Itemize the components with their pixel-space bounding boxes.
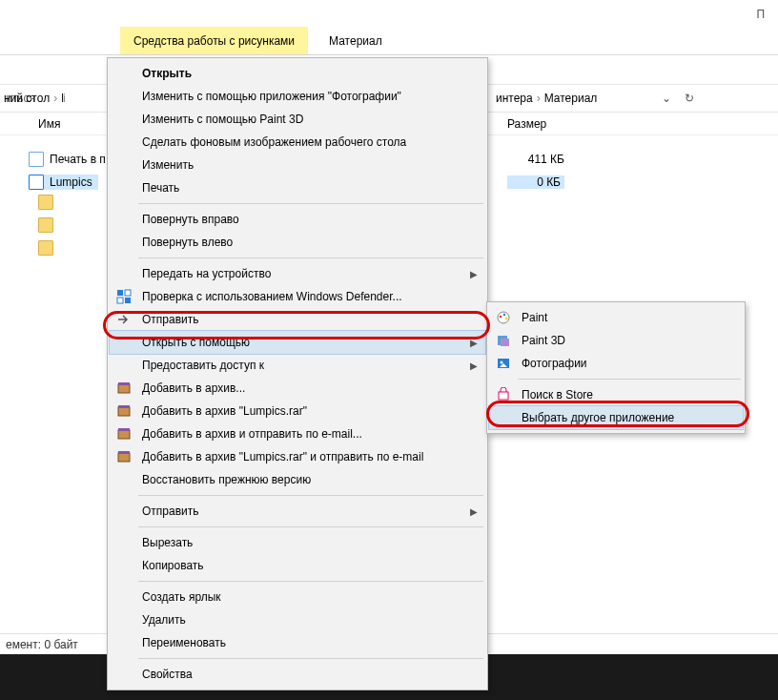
- menu-edit[interactable]: Изменить: [110, 154, 485, 176]
- material-tab[interactable]: Материал: [316, 27, 396, 54]
- submenu-photos[interactable]: Фотографии: [489, 352, 743, 375]
- breadcrumb[interactable]: ний стол › li: [0, 84, 65, 113]
- menu-rename[interactable]: Переименовать: [110, 631, 485, 654]
- menu-properties[interactable]: Свойства: [110, 663, 485, 686]
- menu-separator: [138, 526, 483, 527]
- winrar-icon: [115, 380, 133, 397]
- image-file-icon: [29, 152, 44, 167]
- chevron-down-icon[interactable]: ⌄: [662, 92, 671, 105]
- folder-icon[interactable]: [38, 240, 53, 258]
- winrar-icon: [115, 448, 133, 465]
- chevron-right-icon: ▶: [470, 506, 478, 517]
- search-icon[interactable]: П: [756, 0, 765, 29]
- winrar-icon: [115, 425, 133, 443]
- svg-rect-1: [125, 290, 131, 296]
- ribbon-tabs: Средства работы с рисунками Материал: [0, 27, 778, 55]
- menu-set-wallpaper[interactable]: Сделать фоновым изображением рабочего ст…: [110, 131, 485, 154]
- chevron-right-icon: ▶: [470, 338, 478, 348]
- menu-create-shortcut[interactable]: Создать ярлык: [110, 586, 485, 608]
- svg-rect-2: [117, 298, 123, 303]
- svg-rect-20: [499, 392, 508, 400]
- menu-send-to[interactable]: Отправить▶: [110, 500, 485, 523]
- svg-point-12: [498, 312, 509, 323]
- file-name: Печать в п: [50, 153, 106, 166]
- svg-point-15: [505, 318, 508, 320]
- svg-rect-6: [118, 407, 130, 416]
- menu-separator: [518, 379, 741, 380]
- menu-defender[interactable]: Проверка с использованием Windows Defend…: [110, 285, 485, 308]
- open-with-submenu: Paint Paint 3D Фотографии Поиск в Store …: [486, 301, 746, 434]
- context-menu: Открыть Изменить с помощью приложения "Ф…: [107, 57, 488, 690]
- menu-separator: [138, 495, 483, 496]
- menu-add-email[interactable]: Добавить в архив и отправить по e-mail..…: [110, 422, 485, 445]
- picture-tools-tab[interactable]: Средства работы с рисунками: [120, 27, 308, 54]
- svg-rect-7: [118, 405, 130, 408]
- svg-point-13: [500, 316, 502, 319]
- svg-point-19: [501, 361, 503, 364]
- status-text: емент: 0 байт: [6, 638, 78, 651]
- store-icon: [495, 386, 512, 403]
- svg-rect-10: [118, 453, 130, 462]
- menu-add-rar[interactable]: Добавить в архив "Lumpics.rar": [110, 400, 485, 422]
- menu-add-rar-email[interactable]: Добавить в архив "Lumpics.rar" и отправи…: [110, 445, 485, 468]
- menu-separator: [138, 658, 483, 659]
- menu-print[interactable]: Печать: [110, 176, 485, 199]
- submenu-paint3d[interactable]: Paint 3D: [489, 329, 743, 352]
- menu-separator: [138, 581, 483, 582]
- svg-rect-0: [117, 290, 123, 296]
- folder-icon[interactable]: [38, 195, 53, 213]
- crumb-printer[interactable]: интера: [492, 90, 537, 107]
- menu-rotate-left[interactable]: Повернуть влево: [110, 231, 485, 254]
- svg-rect-4: [118, 384, 130, 393]
- menu-edit-photos[interactable]: Изменить с помощью приложения "Фотографи…: [110, 85, 485, 108]
- menu-open-with[interactable]: Открыть с помощью▶: [110, 331, 485, 354]
- chevron-right-icon: ▶: [470, 269, 478, 279]
- menu-share[interactable]: Отправить: [110, 308, 485, 331]
- file-name-cell: Lumpics: [29, 175, 98, 190]
- crumb-material[interactable]: Материал: [541, 90, 602, 107]
- svg-rect-3: [125, 298, 131, 303]
- chevron-right-icon: ▶: [470, 360, 478, 371]
- column-size[interactable]: Размер: [507, 117, 546, 131]
- menu-cut[interactable]: Вырезать: [110, 531, 485, 554]
- menu-separator: [138, 203, 483, 204]
- crumb-cut[interactable]: li: [57, 90, 65, 107]
- photos-icon: [495, 355, 512, 372]
- folder-icon[interactable]: [38, 217, 53, 236]
- menu-separator: [138, 257, 483, 258]
- menu-rotate-right[interactable]: Повернуть вправо: [110, 208, 485, 231]
- submenu-paint[interactable]: Paint: [489, 306, 743, 329]
- shield-icon: [115, 288, 133, 305]
- menu-open[interactable]: Открыть: [110, 62, 485, 85]
- file-size: 411 КБ: [507, 153, 564, 166]
- breadcrumb-right[interactable]: интера › Материал ⌄ ↻: [492, 84, 694, 113]
- menu-add-archive[interactable]: Добавить в архив...: [110, 377, 485, 400]
- svg-rect-11: [118, 451, 130, 454]
- submenu-store[interactable]: Поиск в Store: [489, 383, 743, 406]
- column-name[interactable]: Имя: [38, 117, 60, 131]
- image-file-icon: [29, 175, 44, 190]
- svg-rect-17: [501, 339, 509, 346]
- menu-give-access[interactable]: Предоставить доступ к▶: [110, 354, 485, 377]
- menu-cast-device[interactable]: Передать на устройство▶: [110, 262, 485, 285]
- svg-point-14: [503, 314, 506, 317]
- paint3d-icon: [495, 332, 512, 349]
- svg-rect-9: [118, 428, 130, 431]
- file-size: 0 КБ: [507, 175, 564, 189]
- menu-copy[interactable]: Копировать: [110, 554, 485, 577]
- menu-restore-version[interactable]: Восстановить прежнюю версию: [110, 468, 485, 491]
- share-icon: [115, 311, 133, 328]
- paint-icon: [495, 309, 512, 326]
- winrar-icon: [115, 402, 133, 420]
- crumb-desktop[interactable]: ний стол: [0, 90, 53, 107]
- svg-rect-5: [118, 382, 130, 385]
- refresh-icon[interactable]: ↻: [685, 92, 694, 105]
- menu-delete[interactable]: Удалить: [110, 608, 485, 631]
- file-name-cell: Печать в п: [29, 152, 106, 167]
- submenu-choose-another-app[interactable]: Выбрать другое приложение: [489, 406, 743, 429]
- file-name: Lumpics: [50, 175, 92, 189]
- menu-edit-paint3d[interactable]: Изменить с помощью Paint 3D: [110, 108, 485, 131]
- svg-rect-8: [118, 430, 130, 439]
